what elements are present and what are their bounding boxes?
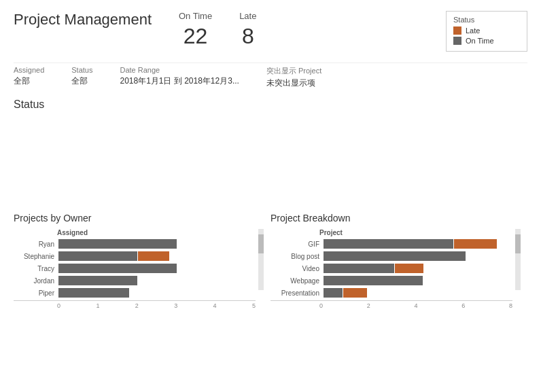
- owner-axis-label: Assigned: [14, 229, 256, 236]
- breakdown-scrollbar-thumb[interactable]: [515, 234, 521, 253]
- owner-bar-tracy: Tracy: [14, 264, 256, 273]
- status-chart-placeholder: [14, 116, 527, 204]
- owner-bar-stephanie: Stephanie: [14, 251, 256, 261]
- stat-on-time-value: 22: [179, 24, 212, 49]
- page-title: Project Management: [14, 11, 152, 29]
- projects-by-owner-title: Projects by Owner: [14, 213, 264, 224]
- breakdown-bar-webpage: Webpage: [270, 276, 512, 285]
- owner-scrollbar[interactable]: [258, 229, 264, 290]
- stat-late-label: Late: [239, 11, 256, 21]
- project-breakdown-title: Project Breakdown: [270, 213, 521, 224]
- legend-label-late: Late: [466, 26, 480, 35]
- filter-date-range[interactable]: Date Range 2018年1月1日 到 2018年12月3...: [120, 66, 239, 89]
- filters-row: Assigned 全部 Status 全部 Date Range 2018年1月…: [14, 63, 527, 89]
- filter-highlight-value: 未突出显示项: [266, 77, 321, 89]
- filter-assigned-value: 全部: [14, 75, 44, 87]
- filter-date-value: 2018年1月1日 到 2018年12月3...: [120, 75, 239, 87]
- legend-title: Status: [453, 16, 520, 24]
- breakdown-bar-blog-post: Blog post: [270, 251, 512, 261]
- stat-on-time-label: On Time: [179, 11, 212, 21]
- owner-bars: Ryan Stephanie: [14, 239, 256, 298]
- filter-status[interactable]: Status 全部: [71, 66, 92, 89]
- breakdown-bars: GIF Blog post: [270, 239, 512, 298]
- project-breakdown-with-scroll: Project GIF Blog post: [270, 229, 521, 309]
- owner-bar-ryan: Ryan: [14, 239, 256, 249]
- owner-axis-line: [14, 300, 256, 301]
- stat-late-value: 8: [239, 24, 256, 49]
- status-section-title: Status: [14, 99, 527, 111]
- legend: Status Late On Time: [446, 11, 527, 52]
- filter-highlight-label: 突出显示 Project: [266, 66, 321, 76]
- owner-scrollbar-thumb[interactable]: [258, 234, 264, 253]
- breakdown-bar-gif: GIF: [270, 239, 512, 249]
- legend-item-late: Late: [453, 26, 520, 35]
- main-page: Project Management On Time 22 Late 8 Sta…: [0, 0, 541, 392]
- stat-late: Late 8: [239, 11, 256, 49]
- project-breakdown-bar-chart: Project GIF Blog post: [270, 229, 512, 309]
- legend-item-on-time: On Time: [453, 37, 520, 45]
- owner-axis-labels: 0 1 2 3 4 5: [14, 302, 256, 309]
- projects-by-owner-bar-chart: Assigned Ryan Stephanie: [14, 229, 256, 309]
- legend-label-on-time: On Time: [466, 37, 494, 45]
- filter-date-label: Date Range: [120, 66, 239, 74]
- project-breakdown-chart: Project Breakdown Project GIF: [270, 213, 527, 309]
- charts-bottom: Projects by Owner Assigned Ryan: [14, 213, 527, 309]
- stat-on-time: On Time 22: [179, 11, 212, 49]
- filter-status-label: Status: [71, 66, 92, 74]
- filter-status-value: 全部: [71, 75, 92, 87]
- legend-color-on-time: [453, 37, 461, 45]
- projects-by-owner-chart: Projects by Owner Assigned Ryan: [14, 213, 270, 309]
- breakdown-scrollbar[interactable]: [515, 229, 521, 290]
- breakdown-axis-label: Project: [270, 229, 512, 236]
- filter-assigned[interactable]: Assigned 全部: [14, 66, 44, 89]
- filter-highlight[interactable]: 突出显示 Project 未突出显示项: [266, 66, 321, 89]
- breakdown-axis-line: [270, 300, 512, 301]
- projects-by-owner-with-scroll: Assigned Ryan Stephanie: [14, 229, 264, 309]
- filter-assigned-label: Assigned: [14, 66, 44, 74]
- legend-color-late: [453, 26, 461, 35]
- breakdown-axis-labels: 0 2 4 6 8: [270, 302, 512, 309]
- owner-bar-jordan: Jordan: [14, 276, 256, 285]
- owner-bar-piper: Piper: [14, 288, 256, 298]
- breakdown-bar-presentation: Presentation: [270, 288, 512, 298]
- breakdown-bar-video: Video: [270, 264, 512, 273]
- header: Project Management On Time 22 Late 8 Sta…: [14, 11, 527, 52]
- stats-area: On Time 22 Late 8: [179, 11, 256, 49]
